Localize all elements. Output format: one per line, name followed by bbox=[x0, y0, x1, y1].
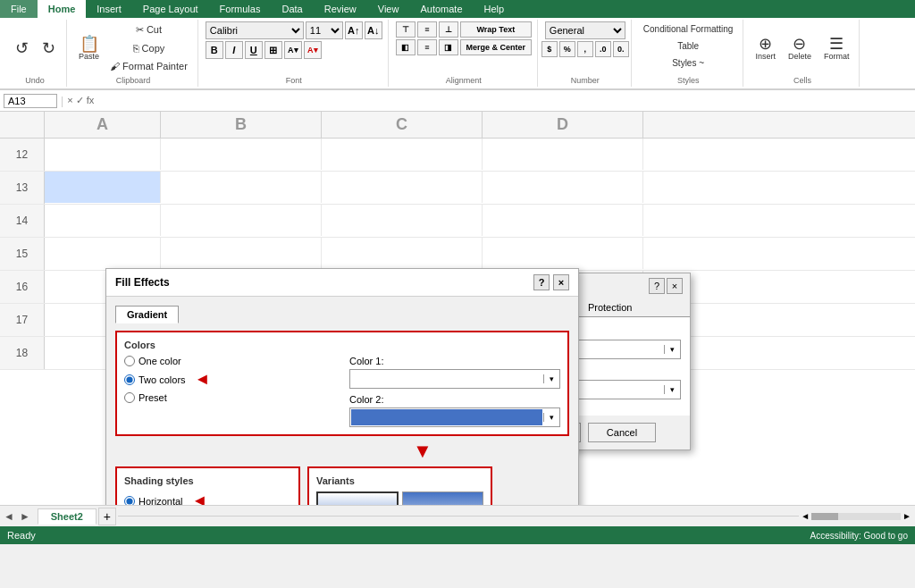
fill-effects-help-button[interactable]: ? bbox=[533, 274, 550, 290]
underline-button[interactable]: U bbox=[245, 41, 263, 59]
horizontal-scrollbar[interactable] bbox=[811, 513, 901, 520]
align-middle-button[interactable]: ≡ bbox=[417, 21, 437, 38]
tab-automate[interactable]: Automate bbox=[409, 0, 473, 18]
currency-button[interactable]: $ bbox=[541, 41, 558, 57]
col-header-c[interactable]: C bbox=[322, 112, 483, 138]
preset-option[interactable]: Preset bbox=[124, 392, 335, 403]
paste-button[interactable]: 📋 Paste bbox=[74, 33, 104, 63]
formula-input[interactable] bbox=[97, 94, 911, 108]
scroll-right-button[interactable]: ► bbox=[902, 511, 911, 521]
one-color-radio[interactable] bbox=[124, 356, 135, 366]
tab-file[interactable]: File bbox=[0, 0, 38, 18]
tab-formulas[interactable]: Formulas bbox=[209, 0, 272, 18]
cell-b15[interactable] bbox=[161, 238, 322, 269]
tab-review[interactable]: Review bbox=[314, 0, 367, 18]
format-label: Format bbox=[824, 52, 850, 61]
cell-d15[interactable] bbox=[483, 238, 643, 269]
column-headers: A B C D bbox=[0, 112, 915, 139]
insert-cells-button[interactable]: ⊕ Insert bbox=[751, 33, 780, 63]
color2-arrow-icon[interactable]: ▾ bbox=[543, 413, 559, 422]
color2-dropdown[interactable]: ▾ bbox=[349, 407, 560, 427]
two-colors-option[interactable]: Two colors ◄ bbox=[124, 370, 335, 389]
delete-cells-button[interactable]: ⊖ Delete bbox=[784, 33, 816, 63]
fc-close-button[interactable]: × bbox=[667, 278, 683, 294]
tab-page-layout[interactable]: Page Layout bbox=[132, 0, 209, 18]
cell-reference-input[interactable] bbox=[4, 94, 57, 108]
wrap-text-button[interactable]: Wrap Text bbox=[460, 21, 532, 38]
color1-dropdown[interactable]: ▾ bbox=[349, 369, 560, 389]
gradient-tab[interactable]: Gradient bbox=[115, 306, 179, 323]
cell-b12[interactable] bbox=[161, 139, 322, 170]
color1-arrow-icon[interactable]: ▾ bbox=[543, 374, 559, 383]
col-header-d[interactable]: D bbox=[483, 112, 643, 138]
cell-d14[interactable] bbox=[483, 205, 643, 236]
variant-2[interactable] bbox=[402, 491, 484, 505]
increase-decimal-button[interactable]: .0 bbox=[595, 41, 611, 57]
tab-insert[interactable]: Insert bbox=[86, 0, 132, 18]
scroll-tabs-right-button[interactable]: ► bbox=[20, 510, 30, 523]
add-sheet-button[interactable]: + bbox=[98, 508, 116, 525]
tab-home[interactable]: Home bbox=[38, 0, 87, 18]
comma-button[interactable]: , bbox=[577, 41, 593, 57]
cell-a15[interactable] bbox=[45, 238, 161, 269]
conditional-formatting-button[interactable]: Conditional Formatting bbox=[639, 21, 738, 37]
one-color-option[interactable]: One color bbox=[124, 356, 335, 366]
preset-radio[interactable] bbox=[124, 392, 135, 403]
cell-d13[interactable] bbox=[483, 172, 643, 203]
align-top-button[interactable]: ⊤ bbox=[396, 21, 416, 38]
cell-a13[interactable] bbox=[45, 172, 161, 203]
pattern-color-arrow-icon[interactable]: ▾ bbox=[664, 345, 680, 354]
tab-data[interactable]: Data bbox=[271, 0, 313, 18]
tab-view[interactable]: View bbox=[367, 0, 410, 18]
cell-b14[interactable] bbox=[161, 205, 322, 236]
border-button[interactable]: ⊞ bbox=[264, 41, 282, 59]
col-header-a[interactable]: A bbox=[45, 112, 161, 138]
fc-tab-protection[interactable]: Protection bbox=[578, 298, 642, 316]
align-right-button[interactable]: ◨ bbox=[439, 39, 458, 55]
undo-button[interactable]: ↺ bbox=[9, 38, 34, 59]
pattern-style-arrow-icon[interactable]: ▾ bbox=[664, 385, 680, 394]
scroll-left-button[interactable]: ◄ bbox=[801, 511, 810, 521]
font-name-select[interactable]: Calibri bbox=[206, 21, 304, 39]
align-bottom-button[interactable]: ⊥ bbox=[439, 21, 458, 38]
fill-color-button[interactable]: A▾ bbox=[284, 41, 302, 59]
format-painter-button[interactable]: 🖌 Format Painter bbox=[105, 58, 192, 74]
cell-d12[interactable] bbox=[483, 139, 643, 170]
align-center-button[interactable]: ≡ bbox=[417, 39, 437, 55]
cell-a12[interactable] bbox=[45, 139, 161, 170]
fill-effects-close-button[interactable]: × bbox=[553, 274, 569, 290]
format-as-table-button[interactable]: Table bbox=[639, 38, 738, 54]
cell-c13[interactable] bbox=[322, 172, 483, 203]
number-format-select[interactable]: General bbox=[545, 21, 625, 39]
font-size-select[interactable]: 11 bbox=[306, 21, 343, 39]
cell-c12[interactable] bbox=[322, 139, 483, 170]
fc-help-button[interactable]: ? bbox=[649, 278, 665, 294]
increase-font-button[interactable]: A↑ bbox=[345, 21, 363, 39]
scroll-tabs-left-button[interactable]: ◄ bbox=[4, 510, 14, 523]
decrease-font-button[interactable]: A↓ bbox=[365, 21, 382, 39]
col-header-b[interactable]: B bbox=[161, 112, 322, 138]
horizontal-radio[interactable] bbox=[124, 496, 135, 506]
variant-1[interactable] bbox=[316, 491, 399, 505]
cell-a14[interactable] bbox=[45, 205, 161, 236]
cell-styles-button[interactable]: Styles ~ bbox=[639, 55, 738, 71]
bold-button[interactable]: B bbox=[206, 41, 223, 59]
font-color-button[interactable]: A▾ bbox=[304, 41, 322, 59]
align-left-button[interactable]: ◧ bbox=[396, 39, 416, 55]
cell-c14[interactable] bbox=[322, 205, 483, 236]
cell-b13[interactable] bbox=[161, 172, 322, 203]
horizontal-option[interactable]: Horizontal ◄ bbox=[124, 491, 291, 505]
redo-button[interactable]: ↻ bbox=[36, 38, 61, 59]
copy-button[interactable]: ⎘ Copy bbox=[105, 40, 192, 56]
merge-center-button[interactable]: Merge & Center bbox=[460, 39, 532, 55]
cut-button[interactable]: ✂ Cut bbox=[105, 21, 192, 38]
two-colors-radio[interactable] bbox=[124, 374, 135, 385]
decrease-decimal-button[interactable]: 0. bbox=[613, 41, 629, 57]
cell-c15[interactable] bbox=[322, 238, 483, 269]
italic-button[interactable]: I bbox=[225, 41, 243, 59]
percent-button[interactable]: % bbox=[559, 41, 575, 57]
scroll-thumb[interactable] bbox=[811, 513, 838, 520]
sheet-tab-sheet2[interactable]: Sheet2 bbox=[38, 508, 97, 525]
tab-help[interactable]: Help bbox=[474, 0, 516, 18]
format-cells-button[interactable]: ☰ Format bbox=[819, 33, 854, 63]
